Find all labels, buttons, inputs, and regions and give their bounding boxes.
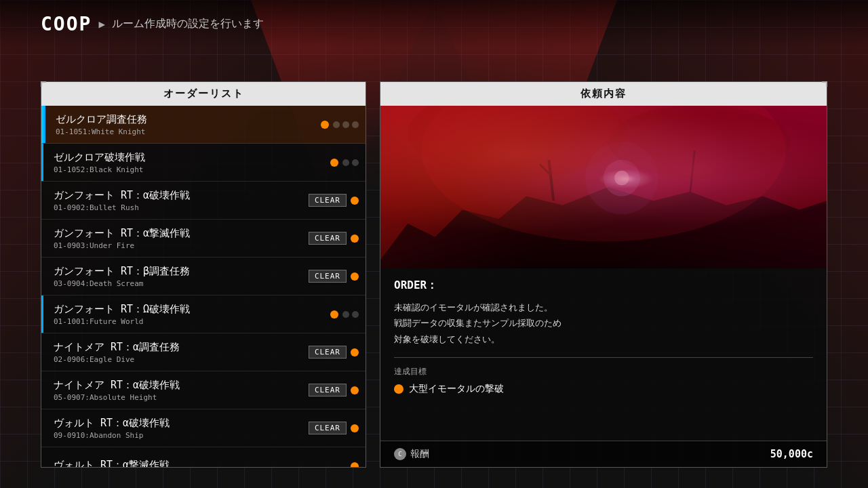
order-subtitle: 01-0903:Under Fire [54,241,309,250]
clear-badge: CLEAR [309,384,347,396]
order-item[interactable]: ガンフォート RT：Ω破壊作戦 01-1001:Future World [41,296,366,333]
order-item-text: ヴォルト RT：α撃滅作戦 [50,459,351,467]
order-subtitle: 01-1051:White Knight [56,127,321,136]
order-item-text: ガンフォート RT：α撃滅作戦 01-0903:Under Fire [50,227,309,250]
reward-amount: 50,000c [770,448,813,460]
clear-badge: CLEAR [309,232,347,245]
order-item-right [330,310,359,319]
order-title: ガンフォート RT：β調査任務 [54,265,309,278]
order-title: ガンフォート RT：α撃滅作戦 [54,227,309,240]
order-label: ORDER： [394,279,813,293]
status-dot [351,272,359,281]
dot [352,121,359,128]
order-list-header: オーダーリスト [41,82,366,106]
order-item[interactable]: ナイトメア RT：α調査任務 02-0906:Eagle Dive CLEAR [41,333,366,371]
desc-line-2: 戦闘データの収集またサンプル採取のため [394,315,813,331]
svg-point-8 [608,106,791,178]
order-item-right: CLEAR [309,232,359,245]
svg-line-0 [549,160,553,201]
status-dot [351,348,359,357]
order-item-right [351,462,359,468]
svg-point-5 [585,142,658,214]
order-item[interactable]: ガンフォート RT：α撃滅作戦 01-0903:Under Fire CLEAR [41,220,366,258]
dot [342,311,349,318]
dot [342,159,349,166]
order-title: ナイトメア RT：α破壊作戦 [54,379,309,392]
goal-section: 達成目標 大型イモータルの撃破 [394,366,813,395]
svg-point-6 [421,106,785,242]
order-title: ナイトメア RT：α調査任務 [54,341,309,354]
reward-label-area: C 報酬 [394,448,429,460]
dot [352,159,359,166]
order-item-right: CLEAR [309,270,359,283]
accent-bar [43,106,45,143]
order-item-text: ガンフォート RT：Ω破壊作戦 01-1001:Future World [50,303,330,326]
order-subtitle: 03-0904:Death Scream [54,279,309,288]
svg-point-4 [604,160,640,197]
left-panel: オーダーリスト ゼルクロア調査任務 01-1051:White Knight [41,81,366,468]
reward-footer: C 報酬 50,000c [380,441,827,467]
header: COOP ▶ ルーム作成時の設定を行います [0,0,868,47]
status-dot [351,462,359,468]
order-item-right: CLEAR [309,422,359,434]
order-item-text: ガンフォート RT：α破壊作戦 01-0902:Bullet Rush [50,189,309,212]
dot [333,121,340,128]
dots-row [342,311,359,318]
reward-label: 報酬 [410,448,429,460]
clear-badge: CLEAR [309,422,347,434]
header-subtitle: ルーム作成時の設定を行います [112,17,264,31]
order-item-right: CLEAR [309,384,359,396]
svg-line-1 [540,164,549,173]
order-item[interactable]: ヴォルト RT：α破壊作戦 09-0910:Abandon Ship CLEAR [41,409,366,447]
divider [394,357,813,358]
dots-row [342,159,359,166]
order-item-right [321,121,359,129]
main-content: オーダーリスト ゼルクロア調査任務 01-1051:White Knight [41,81,827,468]
header-arrow: ▶ [98,18,105,30]
clear-badge: CLEAR [309,346,347,359]
order-list: ゼルクロア調査任務 01-1051:White Knight ゼルクロア破壊作戦 [41,106,366,467]
svg-point-7 [408,106,626,178]
desc-line-3: 対象を破壊してください。 [394,331,813,347]
order-subtitle: 09-0910:Abandon Ship [54,431,309,440]
order-subtitle: 02-0906:Eagle Dive [54,355,309,364]
goal-item: 大型イモータルの撃破 [394,383,813,395]
order-item-text: ナイトメア RT：α調査任務 02-0906:Eagle Dive [50,341,309,364]
order-description: 未確認のイモータルが確認されました。 戦闘データの収集またサンプル採取のため 対… [394,300,813,347]
order-item-right: CLEAR [309,346,359,359]
status-dot [351,386,359,394]
order-item[interactable]: ゼルクロア調査任務 01-1051:White Knight [41,106,366,144]
dot [342,121,349,128]
order-title: ヴォルト RT：α破壊作戦 [54,417,309,430]
status-dot [330,310,338,319]
svg-point-3 [614,171,629,185]
order-subtitle: 05-0907:Absolute Height [54,393,309,402]
dot [352,311,359,318]
order-item[interactable]: ヴォルト RT：α撃滅作戦 [41,447,366,467]
status-dot [351,424,359,432]
order-item-right: CLEAR [309,194,359,207]
goal-dot-icon [394,384,403,394]
order-title: ゼルクロア破壊作戦 [54,151,330,164]
accent-bar [41,296,43,333]
desc-line-1: 未確認のイモータルが確認されました。 [394,300,813,315]
order-item[interactable]: ガンフォート RT：β調査任務 03-0904:Death Scream CLE… [41,258,366,296]
right-panel: 依頼内容 ORDER： [380,81,827,468]
order-title: ヴォルト RT：α撃滅作戦 [54,459,351,467]
order-item-text: ゼルクロア調査任務 01-1051:White Knight [52,113,321,136]
order-subtitle: 01-1052:Black Knight [54,165,330,174]
goal-section-label: 達成目標 [394,366,813,378]
mission-atmosphere [380,106,827,268]
order-title: ガンフォート RT：Ω破壊作戦 [54,303,330,316]
order-item[interactable]: ゼルクロア破壊作戦 01-1052:Black Knight [41,144,366,182]
coop-title: COOP [41,13,92,35]
order-item[interactable]: ナイトメア RT：α破壊作戦 05-0907:Absolute Height C… [41,371,366,409]
order-item[interactable]: ガンフォート RT：α破壊作戦 01-0902:Bullet Rush CLEA… [41,182,366,220]
status-dot [351,235,359,243]
mission-info: ORDER： 未確認のイモータルが確認されました。 戦闘データの収集またサンプル… [380,268,827,441]
order-item-text: ナイトメア RT：α破壊作戦 05-0907:Absolute Height [50,379,309,402]
corner-decoration-tl [41,81,46,87]
order-item-right [330,159,359,167]
coin-icon: C [394,448,406,460]
order-item-text: ゼルクロア破壊作戦 01-1052:Black Knight [50,151,330,174]
